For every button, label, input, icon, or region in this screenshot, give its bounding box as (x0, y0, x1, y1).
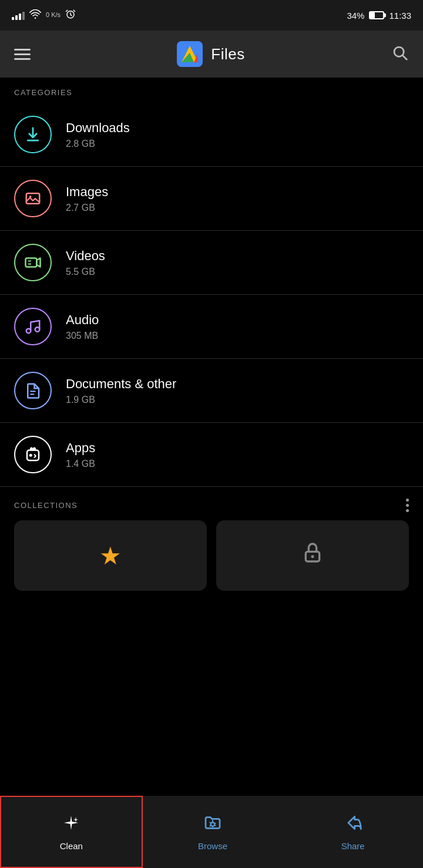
categories-label: CATEGORIES (0, 78, 423, 103)
collections-header: COLLECTIONS (0, 487, 423, 520)
svg-rect-7 (26, 193, 40, 204)
category-apps[interactable]: Apps 1.4 GB (0, 423, 423, 487)
time: 11:33 (389, 11, 411, 21)
share-icon (344, 813, 362, 836)
category-images[interactable]: Images 2.7 GB (0, 167, 423, 231)
documents-name: Documents & other (66, 376, 176, 392)
wifi-icon (29, 9, 41, 21)
category-videos[interactable]: Videos 5.5 GB (0, 231, 423, 295)
nav-clean[interactable]: Clean (0, 796, 143, 868)
videos-icon (14, 244, 52, 281)
menu-button[interactable] (14, 49, 31, 60)
apps-icon (14, 436, 52, 473)
collection-locked[interactable] (216, 520, 409, 591)
apps-size: 1.4 GB (66, 459, 95, 469)
category-downloads[interactable]: Downloads 2.8 GB (0, 103, 423, 167)
downloads-info: Downloads 2.8 GB (66, 120, 130, 149)
battery-percent: 34% (347, 11, 364, 21)
collections-more-button[interactable] (406, 499, 409, 512)
downloads-icon (14, 116, 52, 153)
videos-info: Videos 5.5 GB (66, 248, 105, 277)
documents-size: 1.9 GB (66, 395, 176, 405)
search-button[interactable] (391, 44, 409, 64)
data-speed: 0 K/s (46, 11, 61, 19)
svg-point-10 (26, 329, 31, 334)
status-left: 0 K/s (12, 9, 76, 22)
audio-info: Audio 305 MB (66, 312, 99, 341)
collections-row: ★ (0, 520, 423, 591)
audio-size: 305 MB (66, 331, 99, 341)
images-size: 2.7 GB (66, 203, 108, 213)
sparkle-icon (62, 813, 80, 836)
lock-icon (301, 541, 324, 570)
downloads-name: Downloads (66, 120, 130, 136)
app-bar: Files (0, 31, 423, 78)
svg-point-13 (29, 454, 32, 457)
clean-label: Clean (60, 841, 83, 851)
collections-label: COLLECTIONS (14, 501, 78, 510)
documents-info: Documents & other 1.9 GB (66, 376, 176, 405)
documents-icon (14, 372, 52, 409)
nav-share[interactable]: Share (283, 796, 423, 868)
folder-icon (203, 813, 222, 836)
main-content: CATEGORIES Downloads 2.8 GB Images 2.7 G… (0, 78, 423, 591)
app-title: Files (211, 45, 244, 63)
apps-info: Apps 1.4 GB (66, 440, 95, 469)
svg-rect-12 (27, 450, 39, 461)
browse-label: Browse (198, 841, 227, 851)
audio-name: Audio (66, 312, 99, 328)
signal-icon (12, 11, 25, 20)
alarm-icon (65, 9, 76, 22)
images-icon (14, 180, 52, 217)
downloads-size: 2.8 GB (66, 139, 130, 149)
nav-browse[interactable]: Browse (143, 796, 283, 868)
category-documents[interactable]: Documents & other 1.9 GB (0, 359, 423, 423)
svg-rect-9 (26, 258, 37, 267)
battery-icon (369, 11, 384, 19)
star-icon: ★ (99, 541, 122, 570)
collection-starred[interactable]: ★ (14, 520, 207, 591)
svg-point-15 (311, 555, 314, 558)
svg-point-11 (35, 327, 40, 332)
videos-size: 5.5 GB (66, 267, 105, 277)
status-right: 34% 11:33 (347, 11, 411, 21)
images-info: Images 2.7 GB (66, 184, 108, 213)
category-audio[interactable]: Audio 305 MB (0, 295, 423, 359)
videos-name: Videos (66, 248, 105, 264)
svg-point-0 (35, 17, 36, 19)
app-logo (177, 41, 203, 67)
apps-name: Apps (66, 440, 95, 456)
status-bar: 0 K/s 34% 11:33 (0, 0, 423, 31)
audio-icon (14, 308, 52, 345)
bottom-nav: Clean Browse Share (0, 796, 423, 868)
app-bar-center: Files (177, 41, 244, 67)
images-name: Images (66, 184, 108, 200)
share-label: Share (341, 841, 365, 851)
